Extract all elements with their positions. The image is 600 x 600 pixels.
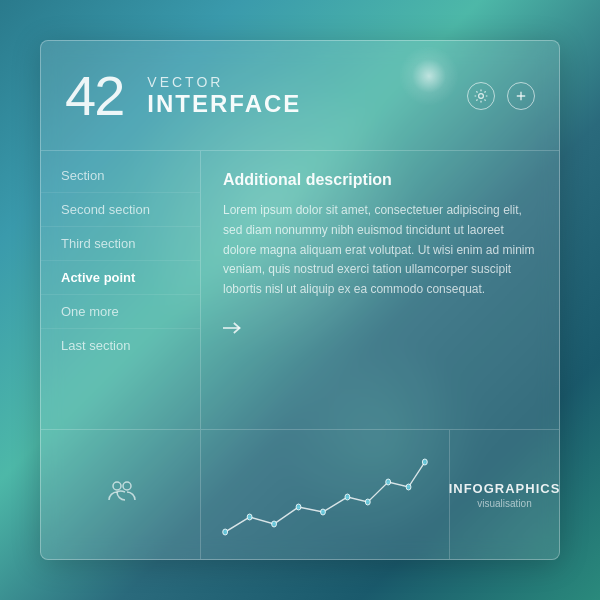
sidebar-item-section[interactable]: Section — [41, 159, 200, 193]
settings-icon[interactable] — [467, 82, 495, 110]
sidebar-item-active-point[interactable]: Active point — [41, 261, 200, 295]
infographics-subtitle: visualisation — [477, 498, 531, 509]
svg-point-14 — [406, 484, 411, 490]
svg-point-5 — [123, 482, 131, 490]
svg-point-8 — [272, 521, 277, 527]
person-icon — [106, 476, 136, 513]
svg-point-7 — [247, 514, 252, 520]
content-text: Lorem ipsum dolor sit amet, consectetuer… — [223, 201, 537, 300]
main-card: 42 VECTOR INTERFACE Section Second secti… — [40, 40, 560, 560]
header-title: INTERFACE — [147, 90, 467, 118]
svg-point-13 — [386, 479, 391, 485]
svg-point-4 — [113, 482, 121, 490]
svg-point-10 — [321, 509, 326, 515]
svg-point-15 — [422, 459, 427, 465]
sidebar-item-second-section[interactable]: Second section — [41, 193, 200, 227]
svg-point-9 — [296, 504, 301, 510]
add-icon[interactable] — [507, 82, 535, 110]
header-icons — [467, 82, 535, 110]
chart-area — [201, 430, 449, 559]
sidebar-item-third-section[interactable]: Third section — [41, 227, 200, 261]
infographics-panel: INFOGRAPHICS visualisation — [449, 430, 559, 559]
svg-point-0 — [479, 93, 484, 98]
bottom-section: INFOGRAPHICS visualisation — [201, 429, 559, 559]
svg-point-6 — [223, 529, 228, 535]
header: 42 VECTOR INTERFACE — [41, 41, 559, 151]
arrow-button[interactable] — [223, 316, 253, 340]
main-content: Additional description Lorem ipsum dolor… — [201, 151, 559, 429]
header-number: 42 — [65, 68, 123, 124]
header-title-block: VECTOR INTERFACE — [147, 74, 467, 118]
sidebar-item-one-more[interactable]: One more — [41, 295, 200, 329]
content-heading: Additional description — [223, 171, 537, 189]
header-subtitle: VECTOR — [147, 74, 467, 90]
chart-svg — [217, 442, 433, 547]
sidebar-bottom — [41, 429, 201, 559]
svg-point-11 — [345, 494, 350, 500]
sidebar-item-last-section[interactable]: Last section — [41, 329, 200, 362]
sidebar: Section Second section Third section Act… — [41, 151, 201, 429]
infographics-title: INFOGRAPHICS — [449, 481, 560, 496]
svg-point-12 — [365, 499, 370, 505]
